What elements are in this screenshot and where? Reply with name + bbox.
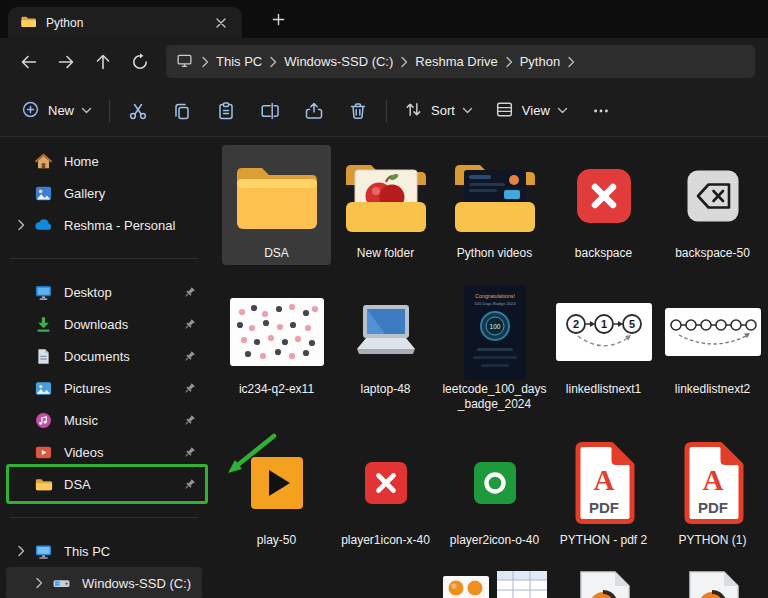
tab-close-icon[interactable] — [208, 11, 234, 35]
new-button[interactable]: New — [10, 93, 103, 129]
file-tile-ic234-q2-ex11[interactable]: ic234-q2-ex11 — [222, 281, 331, 416]
file-name: player2icon-o-40 — [450, 533, 539, 548]
file-tile-player2icon-o-40[interactable]: player2icon-o-40 — [440, 432, 549, 552]
sidebar-item-downloads[interactable]: Downloads — [6, 308, 202, 340]
scatter-plot-thumbnail — [224, 284, 329, 380]
pin-icon — [183, 478, 196, 491]
file-tile-python-1[interactable]: APDFPYTHON (1) — [658, 432, 767, 552]
videos-icon — [34, 443, 53, 462]
toolbar-divider — [109, 100, 110, 122]
chevron-down-icon — [462, 107, 473, 114]
paste-button[interactable] — [204, 93, 248, 129]
sidebar-item-label: Desktop — [64, 285, 179, 300]
file-tile-python-pdf-2[interactable]: APDFPYTHON - pdf 2 — [549, 432, 658, 552]
folder-icon — [20, 14, 37, 32]
file-tile-python-videos[interactable]: Python videos — [440, 145, 549, 265]
forward-button[interactable] — [47, 45, 84, 79]
address-bar[interactable]: This PCWindows-SSD (C:)Reshma DrivePytho… — [166, 45, 755, 78]
more-button[interactable] — [579, 93, 623, 129]
drive-icon — [52, 574, 71, 593]
sidebar-item-documents[interactable]: Documents — [6, 340, 202, 372]
sidebar-item-gallery[interactable]: Gallery — [6, 177, 202, 209]
explorer-tab[interactable]: Python — [8, 7, 242, 38]
sidebar-item-label: Music — [64, 413, 179, 428]
pin-icon — [183, 286, 196, 299]
music-icon — [34, 411, 53, 430]
file-tile-linkedlistnext1[interactable]: 215linkedlistnext1 — [549, 281, 658, 416]
home-icon — [34, 152, 53, 171]
red-x-large-thumbnail — [551, 148, 656, 244]
pin-icon — [183, 446, 196, 459]
pdf-thumbnail: APDF — [551, 435, 656, 531]
laptop-thumbnail — [333, 284, 438, 380]
sidebar-item-reshma-personal[interactable]: Reshma - Personal — [6, 209, 202, 241]
file-tile-leetcode-100-days-badge-2024[interactable]: Congratulations!100 Days Badge 2024100le… — [440, 281, 549, 416]
breadcrumb-chevron-icon — [398, 56, 410, 68]
share-button[interactable] — [292, 93, 336, 129]
file-tile[interactable] — [440, 568, 549, 598]
titlebar: Python — [0, 0, 768, 38]
tab-title: Python — [46, 16, 199, 30]
chevron-right-icon[interactable] — [14, 545, 28, 557]
breadcrumb-item-reshma-drive[interactable]: Reshma Drive — [410, 52, 502, 71]
pdf-thumbnail: APDF — [660, 435, 765, 531]
sidebar-item-music[interactable]: Music — [6, 404, 202, 436]
sidebar-item-dsa[interactable]: DSA — [6, 468, 202, 500]
sidebar-item-label: Downloads — [64, 317, 179, 332]
sidebar-item-windows-ssd-c[interactable]: Windows-SSD (C:) — [6, 567, 202, 598]
svg-text:5: 5 — [628, 318, 634, 330]
sidebar-item-label: Pictures — [64, 381, 179, 396]
chevron-down-icon — [557, 107, 568, 114]
sidebar-item-desktop[interactable]: Desktop — [6, 276, 202, 308]
copy-button[interactable] — [160, 93, 204, 129]
rename-button[interactable] — [248, 93, 292, 129]
sort-button[interactable]: Sort — [393, 93, 484, 129]
breadcrumb-item-this-pc[interactable]: This PC — [211, 52, 267, 71]
file-tile-dsa[interactable]: DSA — [222, 145, 331, 265]
file-name: DSA — [264, 246, 289, 261]
sidebar-item-pictures[interactable]: Pictures — [6, 372, 202, 404]
svg-text:Congratulations!: Congratulations! — [474, 293, 515, 299]
up-button[interactable] — [84, 45, 121, 79]
view-icon — [495, 100, 514, 122]
chevron-right-icon[interactable] — [32, 577, 46, 589]
chevron-right-icon[interactable] — [14, 219, 28, 231]
pin-icon — [183, 414, 196, 427]
sidebar-item-videos[interactable]: Videos — [6, 436, 202, 468]
breadcrumb-item-python[interactable]: Python — [515, 52, 565, 71]
sidebar-item-home[interactable]: Home — [6, 145, 202, 177]
sidebar-item-label: Home — [64, 154, 196, 169]
file-grid: DSANew folderPython videosbackspacebacks… — [222, 145, 768, 598]
file-tile-new-folder[interactable]: New folder — [331, 145, 440, 265]
sidebar-item-this-pc[interactable]: This PC — [6, 535, 202, 567]
documents-icon — [34, 347, 53, 366]
downloads-icon — [34, 315, 53, 334]
back-button[interactable] — [10, 45, 47, 79]
sidebar-separator — [0, 241, 208, 276]
file-tile-backspace-50[interactable]: backspace-50 — [658, 145, 767, 265]
file-tile-play-50[interactable]: play-50 — [222, 432, 331, 552]
new-plus-icon — [21, 100, 40, 122]
breadcrumb-item-windows-ssd-c[interactable]: Windows-SSD (C:) — [279, 52, 398, 71]
sidebar-item-label: DSA — [64, 477, 179, 492]
new-tab-button[interactable] — [264, 6, 292, 32]
file-name: linkedlistnext2 — [675, 382, 750, 397]
thispc-icon — [34, 542, 53, 561]
file-tile-player1icon-x-40[interactable]: player1icon-x-40 — [331, 432, 440, 552]
file-tile[interactable] — [658, 568, 767, 598]
onedrive-icon — [34, 216, 53, 235]
file-tile-backspace[interactable]: backspace — [549, 145, 658, 265]
refresh-button[interactable] — [121, 45, 158, 79]
toolbar-divider — [386, 100, 387, 122]
sort-button-label: Sort — [431, 103, 455, 118]
folder-icon — [34, 475, 53, 494]
delete-button[interactable] — [336, 93, 380, 129]
svg-text:100 Days Badge 2024: 100 Days Badge 2024 — [474, 301, 516, 306]
file-tile[interactable] — [549, 568, 658, 598]
file-tile-laptop-48[interactable]: laptop-48 — [331, 281, 440, 416]
chevron-down-icon — [81, 107, 92, 114]
file-tile-linkedlistnext2[interactable]: linkedlistnext2 — [658, 281, 767, 416]
view-button[interactable]: View — [484, 93, 579, 129]
cut-button[interactable] — [116, 93, 160, 129]
new-button-label: New — [48, 103, 74, 118]
